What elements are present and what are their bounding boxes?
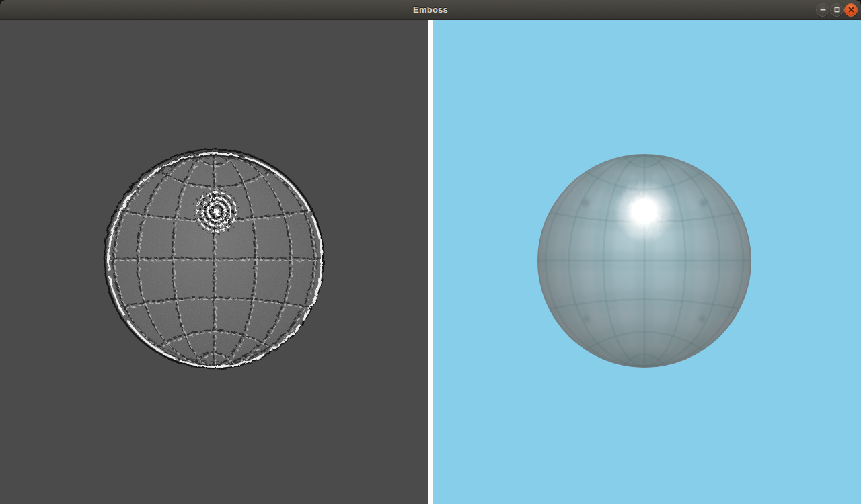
render-specular-highlight — [613, 180, 675, 242]
rendered-sphere-canvas — [433, 20, 861, 504]
minimize-icon — [819, 6, 827, 13]
close-icon — [848, 6, 855, 13]
close-button[interactable] — [844, 3, 858, 17]
embossed-sphere-canvas — [0, 20, 428, 504]
maximize-button[interactable] — [830, 3, 844, 17]
emboss-window: Emboss — [0, 0, 861, 504]
viewport-final-render[interactable] — [433, 20, 861, 504]
viewport-emboss-pass[interactable] — [0, 20, 428, 504]
window-controls — [816, 0, 858, 19]
window-title: Emboss — [413, 5, 448, 15]
minimize-button[interactable] — [816, 3, 829, 17]
maximize-icon — [833, 6, 841, 13]
viewport-area — [0, 20, 861, 504]
title-bar[interactable]: Emboss — [0, 0, 861, 20]
